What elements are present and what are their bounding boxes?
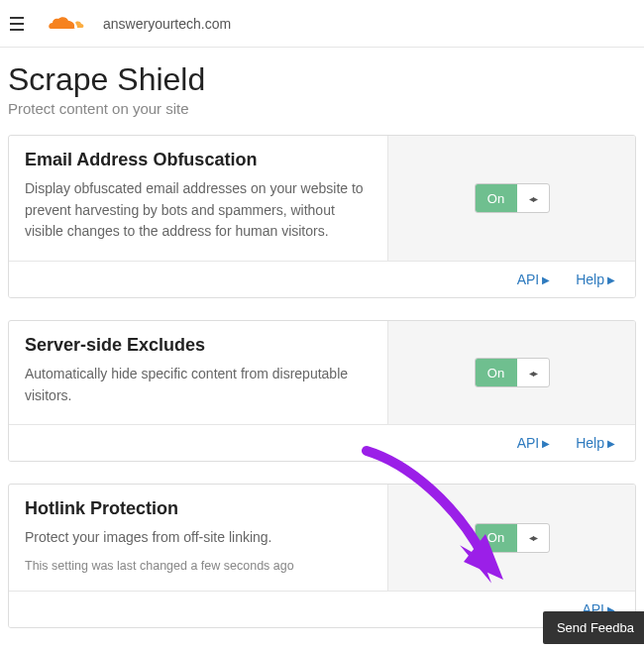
toggle-knob-icon: ◂▸ xyxy=(517,184,549,212)
api-link[interactable]: API▶ xyxy=(517,435,551,451)
toggle-on-label: On xyxy=(476,524,517,552)
send-feedback-button[interactable]: Send Feedba xyxy=(543,611,644,644)
card-desc: Protect your images from off-site linkin… xyxy=(25,527,372,549)
card-title: Server-side Excludes xyxy=(25,335,372,356)
page-title: Scrape Shield xyxy=(8,61,636,98)
send-feedback-label: Send Feedba xyxy=(557,620,634,635)
page-content: Scrape Shield Protect content on your si… xyxy=(0,48,644,628)
card-hotlink-protection: Hotlink Protection Protect your images f… xyxy=(8,484,636,628)
toggle-hotlink-protection[interactable]: On ◂▸ xyxy=(475,523,550,553)
api-link[interactable]: API▶ xyxy=(517,271,551,287)
card-desc: Display obfuscated email addresses on yo… xyxy=(25,178,372,243)
menu-icon[interactable] xyxy=(10,17,24,31)
caret-right-icon: ▶ xyxy=(542,438,550,449)
card-desc: Automatically hide specific content from… xyxy=(25,364,372,406)
api-link-label: API xyxy=(517,271,540,287)
help-link-label: Help xyxy=(576,435,604,451)
card-note: This setting was last changed a few seco… xyxy=(25,559,372,573)
toggle-knob-icon: ◂▸ xyxy=(517,359,549,386)
topbar: answeryourtech.com xyxy=(0,0,644,48)
toggle-on-label: On xyxy=(476,184,517,212)
card-server-side-excludes: Server-side Excludes Automatically hide … xyxy=(8,320,636,462)
toggle-email-obfuscation[interactable]: On ◂▸ xyxy=(475,183,550,213)
cloudflare-logo-icon[interactable] xyxy=(42,14,85,34)
help-link[interactable]: Help▶ xyxy=(576,271,615,287)
help-link[interactable]: Help▶ xyxy=(576,435,615,451)
caret-right-icon: ▶ xyxy=(607,274,615,285)
api-link-label: API xyxy=(517,435,540,451)
caret-right-icon: ▶ xyxy=(542,274,550,285)
toggle-server-side-excludes[interactable]: On ◂▸ xyxy=(475,358,550,387)
domain-name[interactable]: answeryourtech.com xyxy=(103,16,231,32)
card-email-obfuscation: Email Address Obfuscation Display obfusc… xyxy=(8,135,636,298)
help-link-label: Help xyxy=(576,271,604,287)
toggle-knob-icon: ◂▸ xyxy=(517,524,549,552)
caret-right-icon: ▶ xyxy=(607,438,615,449)
page-subtitle: Protect content on your site xyxy=(8,100,636,117)
toggle-on-label: On xyxy=(476,359,517,386)
card-title: Hotlink Protection xyxy=(25,498,372,519)
card-title: Email Address Obfuscation xyxy=(25,150,372,170)
